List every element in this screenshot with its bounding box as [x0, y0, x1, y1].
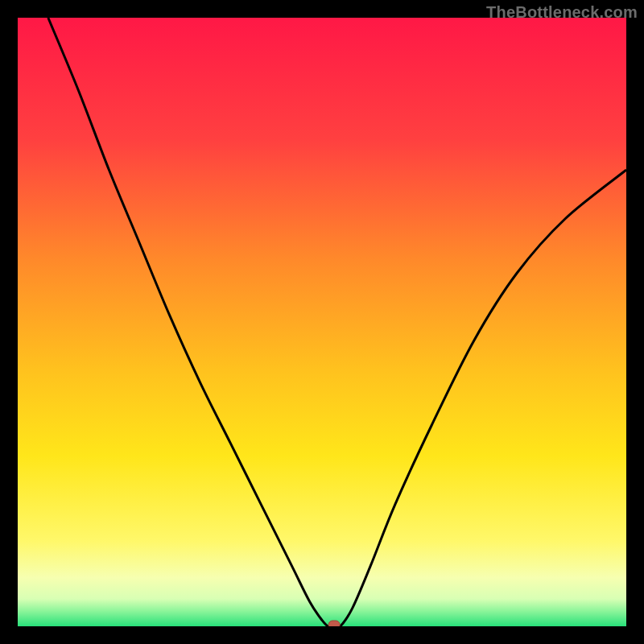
plot-area — [18, 18, 626, 626]
plot-svg — [18, 18, 626, 626]
chart-frame: TheBottleneck.com — [0, 0, 644, 644]
optimal-point-marker — [328, 621, 340, 626]
gradient-background — [18, 18, 626, 626]
